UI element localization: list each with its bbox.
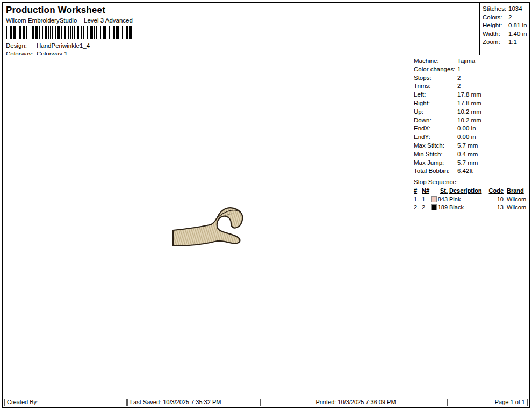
zoom-value: 1:1 — [508, 38, 517, 47]
last-saved-cell: Last Saved: 10/3/2025 7:35:32 PM — [127, 399, 261, 406]
height-value: 0.81 in — [508, 21, 527, 30]
zoom-label: Zoom: — [483, 38, 508, 47]
stitches-value: 1034 — [508, 5, 522, 13]
machine-row: Down:10.2 mm — [414, 116, 528, 125]
machine-row: Right:17.8 mm — [414, 99, 528, 108]
machine-row: Stops:2 — [414, 74, 528, 83]
design-name-row: Design: HandPeriwinkle1_4 — [6, 42, 477, 50]
software-subtitle: Wilcom EmbroideryStudio – Level 3 Advanc… — [6, 17, 477, 24]
worksheet-body: Machine:Tajima Color changes:1 Stops:2 T… — [3, 55, 529, 398]
machine-row: EndX:0.00 in — [414, 125, 528, 133]
thread-color-swatch — [431, 196, 437, 202]
machine-row: Min Stitch:0.4 mm — [414, 150, 528, 159]
machine-row: Machine:Tajima — [414, 57, 528, 65]
colors-label: Colors: — [483, 13, 508, 22]
col-needle: N# — [422, 187, 430, 195]
page-title: Production Worksheet — [6, 5, 477, 16]
machine-row: Up:10.2 mm — [414, 108, 528, 116]
machine-row: Trims:2 — [414, 82, 528, 91]
stitches-label: Stitches: — [483, 5, 508, 13]
page-number-cell: Page 1 of 1 — [447, 399, 528, 406]
design-canvas — [3, 55, 411, 398]
colors-value: 2 — [508, 13, 512, 22]
machine-row: Total Bobbin:6.42ft — [414, 167, 528, 176]
machine-row: Max Stitch:5.7 mm — [414, 142, 528, 150]
worksheet-header: Production Worksheet Wilcom EmbroiderySt… — [3, 3, 529, 55]
design-value: HandPeriwinkle1_4 — [37, 42, 90, 50]
width-value: 1.40 in — [508, 30, 527, 39]
machine-stats-section: Machine:Tajima Color changes:1 Stops:2 T… — [412, 55, 529, 177]
summary-row-zoom: Zoom: 1:1 — [483, 38, 529, 47]
header-left-block: Production Worksheet Wilcom EmbroiderySt… — [6, 5, 477, 58]
worksheet-footer: Created By: Last Saved: 10/3/2025 7:35:3… — [3, 399, 529, 406]
created-by-cell: Created By: — [4, 399, 127, 406]
printed-cell: Printed: 10/3/2025 7:36:09 PM — [262, 399, 450, 406]
embroidery-hand-design — [168, 203, 243, 249]
col-stitches: St. — [430, 187, 448, 195]
stop-sequence-title: Stop Sequence: — [412, 177, 529, 187]
col-description: Description — [448, 187, 487, 195]
summary-row-width: Width: 1.40 in — [483, 30, 529, 39]
machine-row: Max Jump:5.7 mm — [414, 159, 528, 167]
col-code: Code — [487, 187, 504, 195]
production-worksheet-page: Production Worksheet Wilcom EmbroiderySt… — [0, 0, 532, 409]
stop-sequence-row: 1. 1 843 Pink 10 Wilcom — [414, 195, 528, 204]
stop-sequence-header-row: # N# St. Description Code Brand — [414, 187, 528, 195]
design-summary-box: Stitches: 1034 Colors: 2 Height: 0.81 in… — [479, 3, 529, 55]
design-barcode — [6, 26, 133, 39]
col-num: # — [414, 187, 422, 195]
machine-info-panel: Machine:Tajima Color changes:1 Stops:2 T… — [412, 55, 529, 398]
page-border-frame: Production Worksheet Wilcom EmbroiderySt… — [2, 2, 530, 408]
thread-color-swatch — [431, 204, 437, 210]
height-label: Height: — [483, 21, 508, 30]
design-label: Design: — [6, 42, 37, 50]
summary-row-height: Height: 0.81 in — [483, 21, 529, 30]
stop-sequence-table: # N# St. Description Code Brand 1. 1 843… — [412, 187, 529, 214]
machine-row: Color changes:1 — [414, 65, 528, 74]
width-label: Width: — [483, 30, 508, 39]
col-brand: Brand — [504, 187, 528, 195]
summary-row-colors: Colors: 2 — [483, 13, 529, 22]
stop-sequence-row: 2. 2 189 Black 13 Wilcom — [414, 203, 528, 212]
summary-row-stitches: Stitches: 1034 — [483, 5, 529, 13]
machine-row: EndY:0.00 in — [414, 133, 528, 142]
machine-row: Left:17.8 mm — [414, 91, 528, 99]
